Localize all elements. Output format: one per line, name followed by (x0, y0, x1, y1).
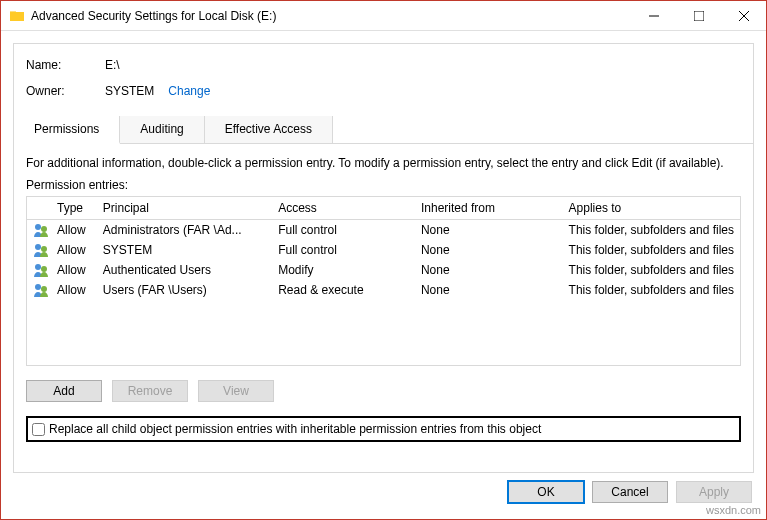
cell-applies: This folder, subfolders and files (563, 220, 740, 241)
header-access[interactable]: Access (272, 197, 415, 220)
table-row[interactable]: AllowUsers (FAR \Users)Read & executeNon… (27, 280, 740, 300)
svg-rect-1 (694, 11, 704, 21)
minimize-button[interactable] (631, 1, 676, 31)
svg-point-4 (35, 224, 41, 230)
ok-button[interactable]: OK (508, 481, 584, 503)
watermark: wsxdn.com (706, 504, 761, 516)
users-icon (33, 242, 49, 258)
cell-type: Allow (51, 240, 97, 260)
svg-point-11 (41, 286, 47, 292)
titlebar: Advanced Security Settings for Local Dis… (1, 1, 766, 31)
cell-applies: This folder, subfolders and files (563, 280, 740, 300)
tab-effective-access[interactable]: Effective Access (205, 116, 333, 143)
cell-type: Allow (51, 280, 97, 300)
add-button[interactable]: Add (26, 380, 102, 402)
cell-inherited: None (415, 240, 563, 260)
instructions-text: For additional information, double-click… (26, 156, 741, 170)
entries-label: Permission entries: (26, 178, 741, 192)
svg-point-10 (35, 284, 41, 290)
cell-access: Modify (272, 260, 415, 280)
tabs: Permissions Auditing Effective Access (14, 116, 753, 144)
cell-applies: This folder, subfolders and files (563, 240, 740, 260)
table-row[interactable]: AllowAuthenticated UsersModifyNoneThis f… (27, 260, 740, 280)
apply-button[interactable]: Apply (676, 481, 752, 503)
owner-label: Owner: (26, 84, 105, 98)
svg-point-6 (35, 244, 41, 250)
cell-inherited: None (415, 220, 563, 241)
cell-applies: This folder, subfolders and files (563, 260, 740, 280)
header-applies[interactable]: Applies to (563, 197, 740, 220)
svg-point-9 (41, 266, 47, 272)
cell-inherited: None (415, 260, 563, 280)
table-row[interactable]: AllowSYSTEMFull controlNoneThis folder, … (27, 240, 740, 260)
cell-inherited: None (415, 280, 563, 300)
view-button[interactable]: View (198, 380, 274, 402)
table-row[interactable]: AllowAdministrators (FAR \Ad...Full cont… (27, 220, 740, 241)
header-principal[interactable]: Principal (97, 197, 272, 220)
window-title: Advanced Security Settings for Local Dis… (31, 9, 631, 23)
change-owner-link[interactable]: Change (168, 84, 210, 98)
maximize-button[interactable] (676, 1, 721, 31)
header-icon[interactable] (27, 197, 51, 220)
tab-auditing[interactable]: Auditing (120, 116, 204, 143)
name-value: E:\ (105, 58, 120, 72)
permissions-table[interactable]: Type Principal Access Inherited from App… (26, 196, 741, 366)
cell-principal: SYSTEM (97, 240, 272, 260)
users-icon (33, 222, 49, 238)
cancel-button[interactable]: Cancel (592, 481, 668, 503)
svg-point-7 (41, 246, 47, 252)
cell-access: Read & execute (272, 280, 415, 300)
owner-value: SYSTEM (105, 84, 154, 98)
svg-point-5 (41, 226, 47, 232)
replace-checkbox[interactable] (32, 423, 45, 436)
svg-point-8 (35, 264, 41, 270)
tab-permissions[interactable]: Permissions (14, 116, 120, 144)
users-icon (33, 262, 49, 278)
close-button[interactable] (721, 1, 766, 31)
folder-icon (9, 8, 25, 24)
remove-button[interactable]: Remove (112, 380, 188, 402)
replace-checkbox-row[interactable]: Replace all child object permission entr… (26, 416, 741, 442)
cell-access: Full control (272, 240, 415, 260)
table-header-row: Type Principal Access Inherited from App… (27, 197, 740, 220)
main-panel: Name: E:\ Owner: SYSTEM Change Permissio… (13, 43, 754, 473)
replace-checkbox-label: Replace all child object permission entr… (49, 422, 541, 436)
cell-principal: Administrators (FAR \Ad... (97, 220, 272, 241)
header-type[interactable]: Type (51, 197, 97, 220)
name-label: Name: (26, 58, 105, 72)
cell-type: Allow (51, 260, 97, 280)
cell-principal: Authenticated Users (97, 260, 272, 280)
header-inherited[interactable]: Inherited from (415, 197, 563, 220)
cell-access: Full control (272, 220, 415, 241)
users-icon (33, 282, 49, 298)
cell-principal: Users (FAR \Users) (97, 280, 272, 300)
cell-type: Allow (51, 220, 97, 241)
